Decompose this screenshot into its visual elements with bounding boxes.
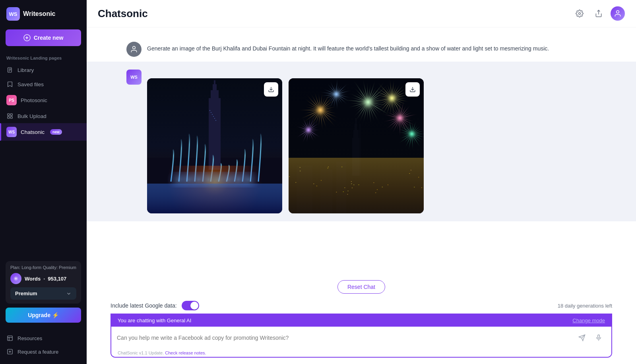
premium-select[interactable]: Premium [10,287,76,300]
sidebar-label-library: Library [17,67,34,73]
sidebar-item-resources[interactable]: Resources [6,331,81,345]
sidebar-item-saved-files[interactable]: Saved files [0,77,87,91]
resources-label: Resources [17,335,42,341]
download-image-2-button[interactable] [405,82,420,97]
create-new-button[interactable]: + Create new [6,29,81,46]
bulk-upload-icon [6,112,14,120]
svg-point-18 [133,46,136,49]
logo-area: WS Writesonic [0,0,87,28]
words-count: Words · 953,107 [25,276,66,282]
chat-input-row [111,327,611,349]
svg-rect-6 [8,116,10,118]
svg-point-15 [579,13,581,15]
sidebar-item-request-feature[interactable]: Request a feature [6,345,81,358]
plan-label: Plan: Long-form [10,265,41,270]
plan-info: Plan: Long-form Quality: Premium Words ·… [6,261,81,304]
user-avatar[interactable] [611,6,625,21]
settings-button[interactable] [572,6,587,21]
topbar-icons [572,6,625,21]
sidebar-label-bulk-upload: Bulk Upload [17,113,47,119]
chat-input-wrapper: You are chatting with General AI Change … [111,314,612,358]
topbar: Chatsonic [87,0,636,27]
reset-chat-button[interactable]: Reset Chat [337,280,385,294]
daily-generations-label: 18 daily generations left [558,303,612,309]
chat-banner-text: You are chatting with General AI [118,318,191,323]
change-mode-link[interactable]: Change mode [572,318,605,323]
chat-banner: You are chatting with General AI Change … [111,314,611,327]
new-badge: new [50,129,62,135]
bot-avatar: WS [126,70,142,85]
chatsonic-icon: WS [6,127,17,137]
resources-icon [6,335,14,342]
main-content: Chatsonic Generate an image of the Burj … [87,0,636,364]
share-button[interactable] [591,6,606,21]
google-data-label: Include latest Google data: [111,302,177,309]
sidebar-section-label: Writesonic Landing pages [0,52,87,63]
request-label: Request a feature [17,349,58,355]
generated-images [147,78,596,213]
image-canvas-1 [147,78,282,213]
bookmark-icon [6,81,14,88]
image-canvas-2 [289,78,424,213]
sidebar-label-saved-files: Saved files [17,81,44,87]
quality-label: Quality: Premium [43,265,76,270]
generated-image-1 [147,78,282,213]
generated-image-2 [289,78,424,213]
svg-rect-5 [10,114,12,116]
ps-icon: PS [6,95,17,105]
page-title: Chatsonic [98,8,148,20]
assistant-message-content [147,70,596,213]
svg-rect-23 [598,335,600,338]
plus-circle-icon: + [23,34,31,41]
chat-bottom: Reset Chat Include latest Google data: 1… [87,275,636,364]
user-message-content: Generate an image of the Burj Khalifa an… [147,42,596,57]
google-data-row: Include latest Google data: 18 daily gen… [111,298,612,314]
sidebar-bottom: Plan: Long-form Quality: Premium Words ·… [0,256,87,331]
logo-text: Writesonic [23,10,56,17]
svg-rect-4 [8,114,10,116]
user-avatar-small [126,42,142,57]
sidebar-item-library[interactable]: Library [0,63,87,77]
reset-chat-row: Reset Chat [111,275,612,298]
release-notes-link[interactable]: Check release notes. [165,350,206,355]
premium-label: Premium [15,290,37,296]
svg-rect-9 [8,336,12,341]
words-icon [10,273,21,284]
assistant-message-row: WS [87,62,636,221]
svg-point-17 [617,11,619,14]
sidebar-label-chatsonic: Chatsonic [21,129,45,135]
google-data-left: Include latest Google data: [111,301,199,310]
user-message-row: Generate an image of the Burj Khalifa an… [87,37,636,62]
chat-area: Generate an image of the Burj Khalifa an… [87,27,636,275]
upgrade-button[interactable]: Upgrade ⚡ [6,308,81,323]
chat-input[interactable] [117,335,572,341]
download-image-1-button[interactable] [264,82,278,97]
book-icon [6,66,14,74]
svg-rect-7 [10,116,12,118]
chat-footer-note: ChatSonic v1.1 Update. Check release not… [111,349,611,357]
user-message-text: Generate an image of the Burj Khalifa an… [147,44,596,53]
mic-button[interactable] [591,331,606,345]
google-data-toggle[interactable] [182,301,199,310]
logo-icon: WS [6,7,20,21]
send-button[interactable] [576,331,588,344]
sidebar-label-photosonic: Photosonic [21,97,47,103]
toggle-knob [190,302,198,310]
sidebar-item-chatsonic[interactable]: WS Chatsonic new [0,123,87,141]
request-icon [6,348,14,355]
sidebar-item-bulk-upload[interactable]: Bulk Upload [0,109,87,123]
sidebar-item-photosonic[interactable]: PS Photosonic [0,91,87,109]
sidebar: WS Writesonic + Create new Writesonic La… [0,0,87,364]
sidebar-footer: Resources Request a feature [0,331,87,364]
